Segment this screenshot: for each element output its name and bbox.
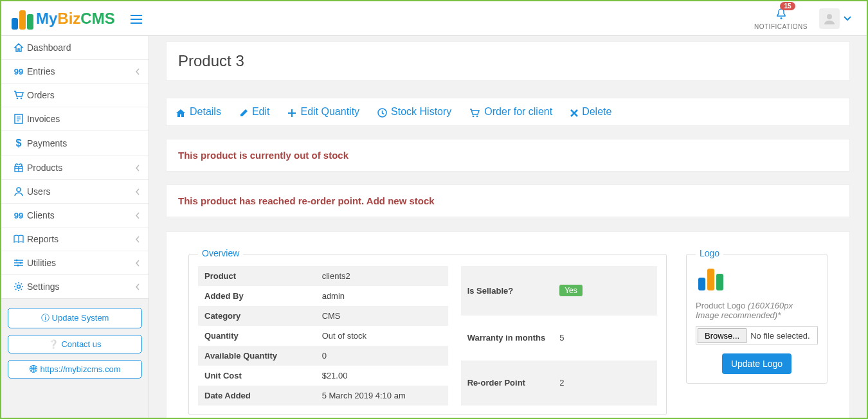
brand-logo[interactable]: MyBizCMS [8,8,115,30]
sidebar-item-dashboard[interactable]: Dashboard [1,36,149,60]
pencil-icon [239,106,248,117]
sidebar-item-reports[interactable]: Reports [1,227,149,251]
logo-help-text: Product Logo (160X160px Image recommende… [696,301,818,320]
sidebar-item-entries[interactable]: 99Entries [1,60,149,84]
field-key: Added By [198,286,316,306]
alert-text: This product is currently out of stock [178,150,838,161]
user-icon [10,186,27,197]
table-row: Is Sellable?Yes [461,266,657,316]
product-logo-icon [696,266,728,292]
details-card: Overview Productclients2Added ByadminCat… [166,231,850,418]
alert-text: This product has reached re-order point.… [178,195,838,206]
table-row: Added Byadmin [198,286,448,306]
sidebar-item-products[interactable]: Products [1,156,149,180]
ninety-icon: 99 [10,67,27,76]
help-icon: ❔ [48,339,59,349]
home-icon [176,106,186,117]
avatar-icon [819,8,840,29]
sidebar-item-settings[interactable]: Settings [1,275,149,298]
svg-point-7 [16,260,18,262]
logo-fieldset: Logo Product Logo (160X160px Image recom… [686,254,827,384]
field-value: admin [316,286,448,306]
alert-out-of-stock: This product is currently out of stock [166,139,850,172]
overview-legend: Overview [198,248,243,258]
sidebar-item-label: Products [27,163,135,173]
field-key: Re-order Point [461,361,554,406]
update-logo-button[interactable]: Update Logo [722,353,791,374]
field-value: 0 [316,346,448,366]
file-status: No file selected. [748,331,810,341]
notifications-button[interactable]: 15 NOTIFICATIONS [754,7,808,30]
chevron-left-icon [135,283,140,291]
sidebar-item-users[interactable]: Users [1,180,149,204]
user-menu[interactable] [819,8,851,29]
menu-toggle-icon[interactable] [131,11,142,26]
svg-point-8 [20,262,22,264]
invoice-icon [10,114,27,124]
topbar: MyBizCMS 15 NOTIFICATIONS [1,1,867,36]
alert-reorder: This product has reached re-order point.… [166,184,850,217]
table-row: CategoryCMS [198,306,448,326]
svg-point-2 [16,98,18,100]
svg-point-1 [827,14,832,19]
yes-badge: Yes [559,285,583,296]
notifications-label: NOTIFICATIONS [754,23,808,30]
svg-point-13 [476,115,478,117]
field-value: 5 March 2019 4:10 am [316,386,448,406]
table-row: Date Added5 March 2019 4:10 am [198,386,448,406]
sidebar-item-utilities[interactable]: Utilities [1,251,149,275]
field-value: CMS [316,306,448,326]
sidebar-item-clients[interactable]: 99Clients [1,204,149,227]
gift-icon [10,163,27,173]
sidebar-item-label: Dashboard [27,42,140,53]
sidebar-item-orders[interactable]: Orders [1,84,149,107]
contact-us-button[interactable]: ❔Contact us [8,335,142,353]
ninety-icon: 99 [10,211,27,220]
globe-icon: 🌐︎ [30,364,38,374]
table-row: Available Quantity0 [198,346,448,366]
chevron-left-icon [135,188,140,196]
order-for-client-link[interactable]: Order for client [469,106,552,118]
field-key: Is Sellable? [461,266,554,316]
site-link-button[interactable]: 🌐︎https://mybizcms.com [8,360,142,379]
sidebar: Dashboard99EntriesOrdersInvoices$Payment… [1,36,149,418]
field-value: 5 [553,316,657,361]
sidebar-item-payments[interactable]: $Payments [1,131,149,156]
cart-icon [469,106,480,117]
browse-button[interactable]: Browse... [698,328,746,343]
table-row: QuantityOut of stock [198,326,448,346]
info-icon: ⓘ [41,313,50,323]
overview-fieldset: Overview Productclients2Added ByadminCat… [188,254,667,415]
sidebar-item-label: Orders [27,90,140,100]
stock-history-link[interactable]: Stock History [377,106,451,118]
sidebar-item-label: Payments [27,138,140,148]
dollar-icon: $ [10,138,27,149]
clock-icon [377,106,387,118]
chevron-left-icon [135,164,140,172]
svg-point-10 [17,285,21,289]
gear-icon [10,281,27,292]
field-key: Available Quantity [198,346,316,366]
file-input[interactable]: Browse... No file selected. [696,326,818,344]
table-row: Warranty in months5 [461,316,657,361]
page-title: Product 3 [178,52,838,70]
field-value: 2 [553,361,657,406]
chevron-left-icon [135,259,140,267]
page-title-card: Product 3 [166,41,850,81]
field-key: Product [198,266,316,286]
logo-bars-icon [12,8,33,30]
field-key: Unit Cost [198,366,316,386]
plus-icon [287,106,296,117]
cart-icon [10,91,27,100]
sidebar-item-label: Clients [27,210,135,220]
edit-quantity-link[interactable]: Edit Quantity [287,106,359,118]
field-key: Warranty in months [461,316,554,361]
sidebar-item-label: Invoices [27,114,140,124]
details-link[interactable]: Details [176,106,221,118]
delete-link[interactable]: Delete [570,106,611,118]
update-system-button[interactable]: ⓘUpdate System [8,308,142,328]
bell-icon: 15 [776,7,786,21]
svg-point-6 [17,188,21,192]
sidebar-item-invoices[interactable]: Invoices [1,107,149,131]
edit-link[interactable]: Edit [239,106,270,118]
